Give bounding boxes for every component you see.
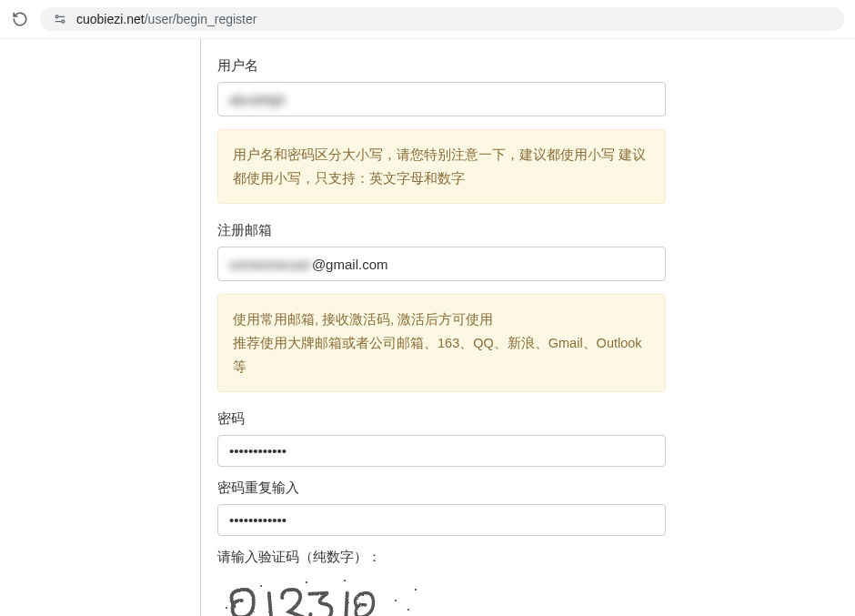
password-confirm-input[interactable]: [217, 504, 666, 536]
password-confirm-label: 密码重复输入: [217, 480, 666, 497]
username-input[interactable]: abcdefgh: [217, 82, 666, 116]
email-hint: 使用常用邮箱, 接收激活码, 激活后方可使用 推荐使用大牌邮箱或者公司邮箱、16…: [217, 294, 666, 392]
page-content: 用户名 abcdefgh 用户名和密码区分大小写，请您特别注意一下，建议都使用小…: [0, 39, 855, 616]
browser-bar: cuobiezi.net/user/begin_register: [0, 0, 855, 39]
svg-point-15: [415, 589, 417, 591]
captcha-image[interactable]: [217, 573, 427, 616]
password-input[interactable]: [217, 435, 666, 467]
username-label: 用户名: [217, 57, 666, 75]
register-form: 用户名 abcdefgh 用户名和密码区分大小写，请您特别注意一下，建议都使用小…: [200, 39, 682, 616]
site-controls-icon[interactable]: [53, 12, 67, 26]
svg-point-10: [407, 609, 409, 611]
svg-point-4: [226, 607, 227, 609]
svg-point-0: [55, 15, 58, 18]
email-input[interactable]: someoneuser@gmail.com: [217, 247, 666, 281]
svg-point-5: [260, 585, 262, 587]
svg-point-8: [362, 594, 364, 596]
url-text: cuobiezi.net/user/begin_register: [76, 12, 256, 26]
username-hint: 用户名和密码区分大小写，请您特别注意一下，建议都使用小写 建议都使用小写，只支持…: [217, 129, 666, 204]
email-label: 注册邮箱: [217, 222, 666, 239]
captcha-label: 请输入验证码（纯数字）：: [217, 549, 666, 566]
svg-point-6: [306, 581, 307, 583]
password-label: 密码: [217, 410, 666, 428]
url-bar[interactable]: cuobiezi.net/user/begin_register: [40, 7, 844, 31]
svg-point-9: [395, 600, 397, 601]
reload-button[interactable]: [11, 10, 29, 28]
svg-point-7: [344, 580, 346, 581]
svg-point-2: [62, 20, 65, 23]
